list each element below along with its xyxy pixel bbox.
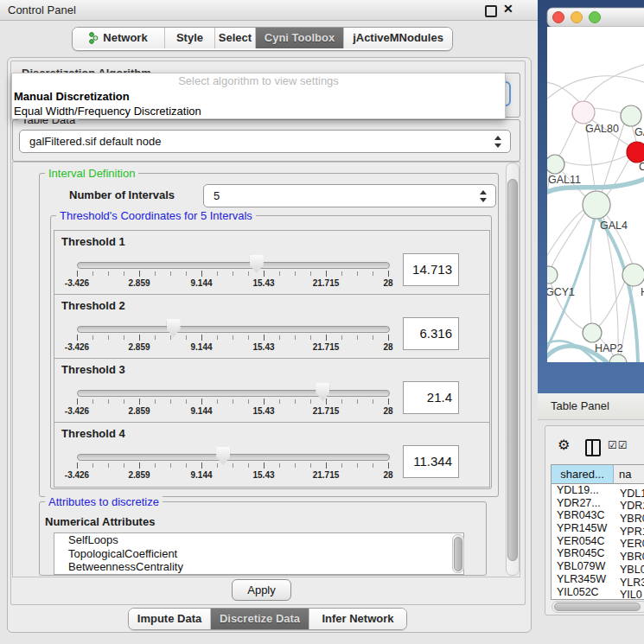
table-horizontal-scrollbar[interactable]: [552, 601, 644, 613]
slider-tick: [357, 335, 358, 340]
table-row[interactable]: YER054CYER0: [552, 535, 644, 548]
cell-shared-name[interactable]: YER054C: [552, 535, 613, 548]
slider-track[interactable]: [77, 262, 390, 269]
slider-tick: [124, 399, 124, 404]
cell-shared-name[interactable]: YDR27...: [552, 497, 613, 510]
slider-tick: [388, 335, 389, 341]
float-window-icon[interactable]: [485, 5, 497, 17]
num-intervals-spinner[interactable]: 5: [203, 184, 496, 207]
tab-discretize-data[interactable]: Discretize Data: [211, 609, 309, 629]
slider-thumb[interactable]: [167, 319, 181, 337]
threshold-value-box[interactable]: 11.344: [403, 445, 459, 478]
numerical-attributes-list[interactable]: SelfLoopsTopologicalCoefficientBetweenne…: [54, 532, 464, 575]
select-columns-icon[interactable]: ☑☑: [608, 439, 628, 451]
tab-cyni-toolbox[interactable]: Cyni Toolbox: [256, 28, 344, 48]
threshold-value-box[interactable]: 14.713: [403, 253, 459, 286]
table-panel: ⚙ ☑☑ shared... na YDL19...YDL1YDR27...YD…: [545, 425, 644, 615]
minimize-button-icon[interactable]: [571, 12, 583, 23]
tab-jactivemnodules[interactable]: jActiveMNodules: [344, 28, 452, 48]
column-header-shared-name[interactable]: shared...: [552, 465, 614, 484]
slider-tick-label: 15.43: [252, 406, 274, 416]
network-node-h[interactable]: [622, 264, 644, 286]
slider-tick: [92, 271, 93, 276]
cell-shared-name[interactable]: YPR145W: [552, 522, 613, 535]
slider-tick: [139, 335, 140, 341]
slider-tick-label: 2.859: [128, 342, 150, 352]
threshold-panel-4: Threshold 4-3.4262.8599.14415.4321.71528…: [54, 422, 490, 488]
slider-track[interactable]: [77, 326, 390, 333]
dropdown-option-equal-width[interactable]: Equal Width/Frequency Discretization: [12, 104, 505, 118]
cell-shared-name[interactable]: YBR045C: [552, 547, 613, 560]
slider-tick-label: 28: [383, 406, 392, 416]
table-row[interactable]: YIL052CYIL0: [552, 586, 644, 599]
cell-shared-name[interactable]: YBR043C: [552, 509, 613, 522]
cell-shared-name[interactable]: YDL19...: [552, 484, 613, 497]
close-button-icon[interactable]: [553, 12, 564, 23]
bottom-tab-bar: Impute DataDiscretize DataInfer Network: [128, 608, 407, 630]
cell-name[interactable]: YIL0: [613, 589, 642, 599]
list-item[interactable]: BetweennessCentrality: [54, 560, 463, 574]
node-label: HAP2: [595, 342, 623, 354]
network-view-window[interactable]: GAL80GACGAL11GAL4GCY1HHAP2: [538, 0, 644, 393]
table-row[interactable]: YLR345WYLR3: [552, 573, 644, 586]
vertical-scrollbar-thumb[interactable]: [507, 179, 518, 561]
zoom-button-icon[interactable]: [590, 12, 601, 23]
table-row[interactable]: YDR27...YDR2: [552, 497, 644, 510]
tab-infer-network[interactable]: Infer Network: [309, 609, 406, 629]
vertical-scrollbar[interactable]: [506, 163, 520, 576]
column-header-name[interactable]: na: [614, 465, 644, 484]
tab-impute-data[interactable]: Impute Data: [129, 609, 211, 629]
network-node-gal80[interactable]: [572, 101, 595, 124]
tab-label: Infer Network: [322, 609, 393, 629]
slider-tick: [77, 399, 78, 405]
table-row[interactable]: YBL079WYBL0: [552, 560, 644, 573]
split-columns-icon[interactable]: [585, 439, 601, 456]
tab-style[interactable]: Style: [165, 28, 215, 48]
slider-tick: [248, 399, 249, 404]
table-row[interactable]: YBR043CYBR0: [552, 509, 644, 522]
control-panel: Control Panel ✕ NetworkStyleSelectCyni T…: [0, 0, 538, 644]
slider-tick: [264, 335, 265, 341]
slider-tick: [124, 463, 124, 468]
cell-shared-name[interactable]: YIL052C: [552, 586, 613, 599]
network-node-c[interactable]: [627, 142, 644, 163]
table-panel-titlebar: Table Panel: [538, 393, 644, 420]
table-horizontal-scrollbar-thumb[interactable]: [554, 603, 641, 611]
list-item[interactable]: TopologicalCoefficient: [54, 547, 463, 561]
close-icon[interactable]: ✕: [503, 2, 513, 16]
slider-tick: [186, 271, 187, 276]
network-node-ga[interactable]: [621, 105, 641, 126]
attributes-scrollbar[interactable]: [452, 534, 464, 573]
slider-thumb[interactable]: [316, 383, 329, 401]
table-row[interactable]: YDL19...YDL1: [552, 484, 644, 497]
network-node-gal4[interactable]: [583, 191, 610, 219]
list-item[interactable]: SelfLoops: [54, 533, 463, 547]
slider-tick: [233, 271, 233, 276]
network-node-hap2[interactable]: [583, 323, 602, 342]
table-panel-title: Table Panel: [551, 399, 609, 412]
network-canvas[interactable]: GAL80GACGAL11GAL4GCY1HHAP2: [538, 0, 644, 393]
tab-network[interactable]: Network: [73, 28, 165, 48]
gear-icon[interactable]: ⚙: [558, 437, 570, 453]
threshold-value-box[interactable]: 6.316: [403, 317, 459, 350]
slider-tick-label: -3.426: [65, 470, 89, 480]
cell-shared-name[interactable]: YLR345W: [552, 573, 613, 586]
attributes-scrollbar-thumb[interactable]: [454, 537, 462, 571]
cell-shared-name[interactable]: YBL079W: [552, 560, 613, 573]
dropdown-prompt[interactable]: Select algorithm to view settings: [12, 73, 505, 89]
table-row[interactable]: YBR045CYBR0: [552, 547, 644, 560]
table-data-combobox[interactable]: galFiltered.sif default node: [19, 130, 511, 153]
slider-thumb[interactable]: [250, 255, 264, 273]
control-panel-titlebar: Control Panel ✕: [0, 0, 538, 21]
threshold-panel-3: Threshold 3-3.4262.8599.14415.4321.71528…: [54, 358, 490, 424]
network-node-gal11[interactable]: [545, 155, 564, 174]
slider-track[interactable]: [77, 390, 390, 397]
slider-thumb[interactable]: [216, 447, 230, 465]
threshold-value-box[interactable]: 21.4: [403, 381, 459, 414]
slider-track[interactable]: [77, 454, 390, 461]
network-icon: [89, 32, 99, 44]
dropdown-option-manual[interactable]: Manual Discretization: [12, 89, 505, 104]
tab-select[interactable]: Select: [215, 28, 256, 48]
table-row[interactable]: YPR145WYPR1: [552, 522, 644, 535]
apply-button[interactable]: Apply: [232, 579, 291, 601]
